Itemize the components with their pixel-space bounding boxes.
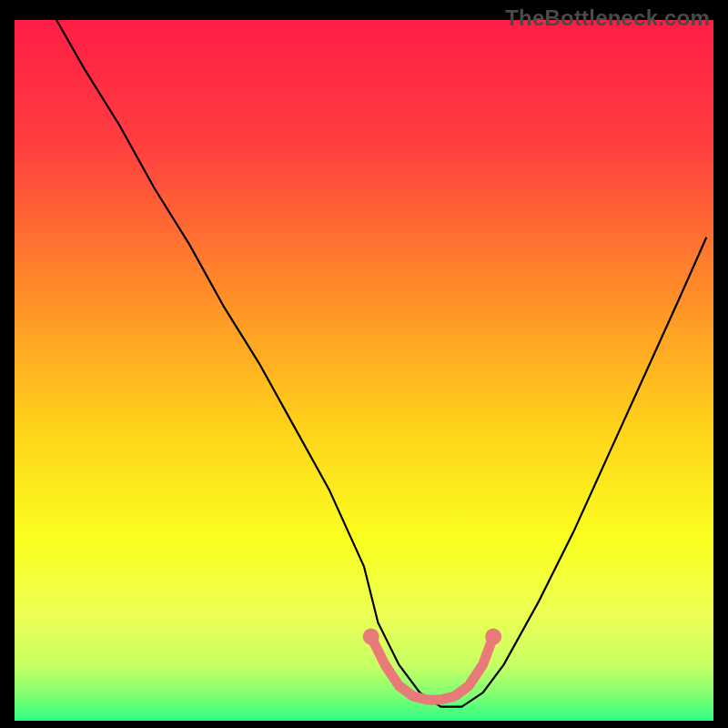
watermark-text: TheBottleneck.com [505, 5, 710, 31]
svg-point-0 [363, 629, 379, 645]
bottleneck-chart [0, 0, 728, 728]
svg-point-1 [485, 629, 501, 645]
